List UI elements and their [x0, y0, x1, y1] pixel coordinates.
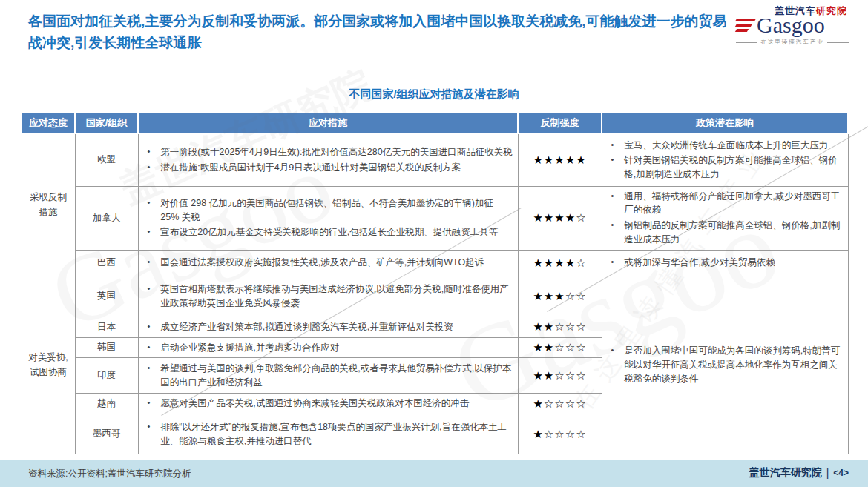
country-cell: 英国 [75, 276, 138, 317]
table-row-brazil: 巴西 国会通过法案授权政府实施报复性关税,涉及农产品、矿产等,并计划向WTO起诉… [22, 250, 848, 276]
gasgoo-wordmark: Gasgoo [757, 14, 825, 36]
strength-stars: ★★☆☆☆ [518, 317, 602, 337]
strength-stars: ★★☆☆☆ [518, 358, 602, 394]
measure-item: 潜在措施:欧盟成员国计划于4月9日表决通过针对美国钢铝关税的反制方案 [143, 160, 513, 176]
page-number: <4> [833, 468, 849, 478]
table-row-canada: 加拿大 对价值 298 亿加元的美国商品(包括钢铁、铝制品、不符合美加墨协定的车… [22, 186, 848, 250]
gasgoo-stripes-icon [736, 19, 755, 32]
impact-cell: 通用、福特或将部分产能迁回加拿大,减少对墨西哥工厂的依赖 钢铝制品的反制方案可能… [602, 186, 848, 250]
measure-item: 愿意对美国产品零关税,试图通过协商来减轻美国关税政策对本国经济的冲击 [143, 396, 513, 411]
countries-response-table: 应对态度 国家/组织 应对措施 反制强度 政策潜在影响 采取反制措施 欧盟 第一… [21, 111, 849, 454]
measure-item: 排除“以牙还牙式”的报复措施,宣布包含18项要点的国家产业振兴计划,旨在强化本土… [143, 420, 513, 449]
header-strength: 反制强度 [518, 112, 602, 133]
table-title: 不同国家/组织应对措施及潜在影响 [0, 87, 868, 102]
impact-item: 针对美国钢铝关税的反制方案可能推高全球铝、钢价格,加剧制造业成本压力 [607, 153, 844, 182]
strength-stars: ★☆☆☆☆ [518, 414, 602, 454]
header-impact: 政策潜在影响 [602, 112, 848, 133]
strength-stars: ★★☆☆☆ [518, 337, 602, 358]
measures-cell: 成立经济产业省对策本部,拟通过谈判豁免汽车关税,并重新评估对美投资 [138, 317, 518, 337]
impact-item: 通用、福特或将部分产能迁回加拿大,减少对墨西哥工厂的依赖 [607, 189, 844, 219]
strength-stars: ★★★☆☆ [518, 276, 602, 317]
tagline-rule-left [736, 42, 757, 43]
measures-cell: 国会通过法案授权政府实施报复性关税,涉及农产品、矿产等,并计划向WTO起诉 [138, 250, 518, 276]
country-cell: 韩国 [75, 337, 138, 358]
country-cell: 加拿大 [75, 186, 138, 250]
header-measures: 应对措施 [138, 112, 518, 133]
country-cell: 印度 [75, 358, 138, 394]
measure-item: 英国首相斯塔默表示将继续推动与美国达成经济协议,以避免部分关税,随时准备使用产业… [143, 282, 513, 311]
country-cell: 日本 [75, 317, 138, 337]
impact-item: 宝马、大众欧洲传统车企面临成本上升的巨大压力 [607, 138, 844, 153]
source-note: 资料来源:公开资料;盖世汽车研究院分析 [28, 468, 191, 480]
header-attitude: 应对态度 [22, 112, 75, 133]
attitude-cell-counter: 采取反制措施 [22, 133, 75, 276]
strength-stars: ★☆☆☆☆ [518, 394, 602, 414]
impact-cell-shared: 是否加入围堵中国可能成为各国的谈判筹码,特朗普可能以对华开征高关税或提高本地化率… [602, 276, 848, 454]
measures-cell: 愿意对美国产品零关税,试图通过协商来减轻美国关税政策对本国经济的冲击 [138, 394, 518, 414]
measures-cell: 英国首相斯塔默表示将继续推动与美国达成经济协议,以避免部分关税,随时准备使用产业… [138, 276, 518, 317]
measure-item: 第一阶段(或于2025年4月9日生效):批准对价值高达280亿美元的美国进口商品… [143, 145, 513, 160]
strength-stars: ★★★★☆ [518, 186, 602, 250]
gasgoo-logo: 盖世汽车研究院 Gasgoo 在这里读懂汽车产业 [736, 6, 849, 46]
measure-item: 国会通过法案授权政府实施报复性关税,涉及农产品、矿产等,并计划向WTO起诉 [143, 255, 513, 271]
measures-cell: 第一阶段(或于2025年4月9日生效):批准对价值高达280亿美元的美国进口商品… [138, 133, 518, 186]
footer-bar: 资料来源:公开资料;盖世汽车研究院分析 盖世汽车研究院 | <4> [0, 460, 868, 487]
table-header-row: 应对态度 国家/组织 应对措施 反制强度 政策潜在影响 [22, 112, 848, 133]
tagline-text: 在这里读懂汽车产业 [760, 39, 824, 46]
table-row-eu: 采取反制措施 欧盟 第一阶段(或于2025年4月9日生效):批准对价值高达280… [22, 133, 848, 186]
footer-brand: 盖世汽车研究院 | <4> [749, 466, 849, 480]
tagline-rule-right [827, 42, 849, 43]
measures-cell: 排除“以牙还牙式”的报复措施,宣布包含18项要点的国家产业振兴计划,旨在强化本土… [138, 414, 518, 454]
page-title: 各国面对加征关税,主要分为反制和妥协两派。部分国家或将加入围堵中国以换取关税减免… [28, 10, 740, 54]
strength-stars: ★★★★☆ [518, 250, 602, 276]
country-cell: 越南 [75, 394, 138, 414]
measure-item: 宣布设立20亿加元基金支持受关税影响的行业,包括延长企业税期、提供融资工具等 [143, 225, 513, 240]
attitude-cell-compromise: 对美妥协,试图协商 [22, 276, 75, 454]
measures-cell: 启动企业紧急支援措施,并考虑多边合作应对 [138, 337, 518, 358]
footer-brand-text: 盖世汽车研究院 [749, 466, 822, 480]
measure-item: 对价值 298 亿加元的美国商品(包括钢铁、铝制品、不符合美加墨协定的车辆)加征… [143, 196, 513, 225]
measure-item: 希望通过与美国的谈判,争取豁免部分商品的关税,或者寻求其他贸易补偿方式,以保护本… [143, 361, 513, 391]
country-cell: 墨西哥 [75, 414, 138, 454]
strength-stars: ★★★★★ [518, 133, 602, 186]
impact-item: 钢铝制品的反制方案可能推高全球铝、钢价格,加剧制造业成本压力 [607, 218, 844, 248]
header-country: 国家/组织 [75, 112, 138, 133]
country-cell: 欧盟 [75, 133, 138, 186]
measure-item: 成立经济产业省对策本部,拟通过谈判豁免汽车关税,并重新评估对美投资 [143, 319, 513, 335]
measures-cell: 希望通过与美国的谈判,争取豁免部分商品的关税,或者寻求其他贸易补偿方式,以保护本… [138, 358, 518, 394]
impact-cell: 宝马、大众欧洲传统车企面临成本上升的巨大压力 针对美国钢铝关税的反制方案可能推高… [602, 133, 848, 186]
table-row-uk: 对美妥协,试图协商 英国 英国首相斯塔默表示将继续推动与美国达成经济协议,以避免… [22, 276, 848, 317]
footer-separator: | [826, 467, 829, 479]
impact-item: 是否加入围堵中国可能成为各国的谈判筹码,特朗普可能以对华开征高关税或提高本地化率… [607, 343, 844, 386]
country-cell: 巴西 [75, 250, 138, 276]
impact-cell: 或将加深与华合作,减少对美贸易依赖 [602, 250, 848, 276]
measure-item: 启动企业紧急支援措施,并考虑多边合作应对 [143, 340, 513, 356]
gasgoo-tagline: 在这里读懂汽车产业 [736, 39, 849, 46]
measures-cell: 对价值 298 亿加元的美国商品(包括钢铁、铝制品、不符合美加墨协定的车辆)加征… [138, 186, 518, 250]
impact-item: 或将加深与华合作,减少对美贸易依赖 [607, 255, 844, 271]
